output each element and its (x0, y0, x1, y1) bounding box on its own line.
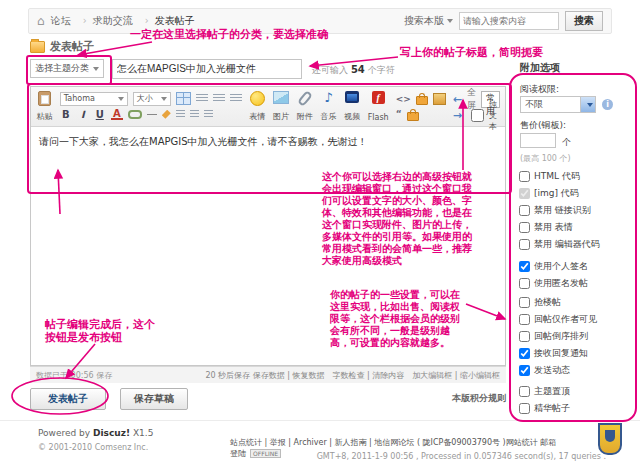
checkbox-img-code[interactable]: [img] 代码 (519, 187, 579, 200)
align-center-icon[interactable] (213, 94, 225, 103)
chevron-down-icon (587, 103, 593, 107)
font-color-button[interactable]: A (111, 109, 123, 120)
bold-button[interactable]: B (60, 109, 72, 120)
checkbox-sticky-topic[interactable]: 主题置顶 (519, 385, 570, 398)
annotation-settings: 你的帖子的一些设置，可以在这里实现，比如出售、阅读权限等，这个栏根据会员的级别会… (330, 289, 462, 349)
read-permission-select[interactable]: 不限 (520, 96, 596, 113)
image-icon (273, 91, 289, 104)
chevron-down-icon (93, 67, 99, 71)
price-max-note: (最高 100 个) (520, 153, 571, 164)
checkbox-anonymous-post[interactable]: 使用匿名发帖 (519, 277, 588, 290)
editor-status-bar: 数据已于 00:56 保存 20 秒后保存 保存数据 | 恢复数据 字数检查 |… (30, 366, 506, 383)
site-crest-logo (598, 423, 622, 455)
annotation-title: 写上你的帖子标题，简明扼要 (400, 46, 543, 59)
price-input[interactable] (520, 133, 556, 148)
breadcrumb-current: 发表帖子 (139, 14, 195, 28)
checkbox-use-signature[interactable]: 使用个人签名 (519, 260, 588, 273)
chevron-down-icon (161, 97, 167, 101)
checkbox-reply-notification[interactable]: 接收回复通知 (519, 347, 588, 360)
chevron-down-icon (118, 97, 124, 101)
checkbox-disable-bbcode[interactable]: 禁用 编辑器代码 (519, 238, 600, 251)
info-icon[interactable]: i (602, 99, 613, 110)
annotation-category: 一定在这里选择帖子的分类，要选择准确 (130, 28, 328, 41)
select-arrow (580, 97, 595, 112)
quote-button[interactable]: “ (396, 109, 402, 119)
annotation-publish: 帖子编辑完成后，这个按钮是发布按钮 (45, 318, 160, 344)
checkbox-disable-url-parse[interactable]: 禁用 链接识别 (519, 204, 591, 217)
attachment-button[interactable]: 附件 (296, 89, 313, 124)
underline-button[interactable]: U (94, 109, 106, 120)
footer-stats: GMT+8, 2011-1-9 00:56 , Processed in 0.0… (317, 452, 606, 461)
hidden-content-lock-icon[interactable] (416, 96, 428, 105)
film-icon (345, 91, 359, 103)
align-right-icon[interactable] (230, 94, 242, 103)
checkbox-disable-smilies[interactable]: 禁用 表情 (519, 221, 573, 234)
discuz-post-page: { "breadcrumb": {"home_icon": "⌂", "item… (0, 0, 640, 466)
smilies-button[interactable]: 表情 (249, 89, 266, 124)
copyright: © 2001-2010 Comsenz Inc. (38, 443, 148, 452)
plain-text-checkbox[interactable] (471, 109, 484, 122)
search-button[interactable]: 搜索 (565, 11, 603, 31)
horizontal-rule-icon[interactable] (147, 114, 157, 115)
paste-icon (38, 91, 51, 106)
sidebar-title: 附加选项 (520, 61, 560, 75)
insert-link-icon[interactable] (128, 110, 142, 119)
flash-icon: f (372, 91, 385, 104)
code-button[interactable]: <> (396, 94, 411, 104)
indent-icon[interactable] (176, 110, 185, 119)
undo-icon[interactable]: ← (453, 93, 462, 106)
unordered-list-icon[interactable] (204, 110, 213, 119)
offline-badge: OFFLINE (250, 449, 281, 458)
redo-icon[interactable]: → (453, 109, 462, 122)
sell-content-icon[interactable] (433, 93, 446, 105)
post-title-input[interactable] (112, 59, 302, 79)
insert-table-icon[interactable] (176, 92, 191, 105)
price-unit: 个 (562, 136, 571, 149)
chars-remaining-hint: 还可输入 54 个字符 (312, 64, 395, 77)
autosave-status: 数据已于 00:56 保存 (36, 370, 112, 381)
font-size-select[interactable]: 大小 (133, 92, 171, 106)
music-button[interactable]: ♪ 音乐 (320, 89, 337, 124)
image-button[interactable]: 图片 (273, 89, 290, 124)
checkbox-rush-reply[interactable]: 抢楼帖 (519, 296, 561, 309)
search-scope-select[interactable]: 搜索本版 (404, 14, 453, 28)
breadcrumb-section[interactable]: 求助交流 (77, 14, 133, 28)
breadcrumb-forum[interactable]: 论坛 (51, 14, 71, 28)
font-family-select[interactable]: Tahoma (60, 92, 128, 106)
home-icon[interactable]: ⌂ (37, 14, 45, 28)
category-select[interactable]: 选择主题分类 (30, 59, 104, 78)
flash-button[interactable]: f Flash (368, 89, 389, 124)
paperclip-icon (297, 90, 313, 107)
annotation-editor: 这个你可以选择右边的高级按钮就会出现编辑窗口，通过这个窗口我们可以设置文字的大小… (322, 171, 475, 267)
checkbox-replies-reverse-order[interactable]: 回帖倒序排列 (519, 330, 588, 343)
checkbox-html-code[interactable]: HTML 代码 (519, 170, 580, 183)
powered-by: Powered by Discuz! X1.5 (38, 428, 153, 438)
publish-button[interactable]: 发表帖子 (30, 388, 106, 410)
ordered-list-icon[interactable] (190, 110, 199, 119)
music-note-icon: ♪ (324, 91, 332, 104)
page-title: 发表帖子 (30, 39, 94, 54)
folder-icon (30, 41, 45, 53)
discuz-brand[interactable]: Discuz! (93, 428, 130, 438)
read-permission-label: 阅读权限: (520, 83, 559, 96)
chevron-down-icon (447, 19, 453, 23)
checkbox-send-feed[interactable]: 发送动态 (519, 364, 570, 377)
price-label: 售价(铜板): (520, 119, 566, 132)
search-input[interactable] (459, 12, 559, 30)
remove-format-icon[interactable] (162, 110, 171, 119)
editor-toolbar: 粘贴 Tahoma 大小 B I U A (31, 87, 505, 127)
align-left-icon[interactable] (196, 94, 208, 103)
paste-button[interactable]: 粘贴 (36, 89, 53, 124)
smiley-icon (250, 91, 265, 106)
video-button[interactable]: 视频 (344, 89, 361, 124)
editor-utility-links[interactable]: 20 秒后保存 保存数据 | 恢复数据 字数检查 | 清除内容 加大编辑框 | … (205, 370, 500, 381)
plain-text-toggle[interactable]: 纯文本 (467, 99, 500, 132)
footer-divider (0, 420, 640, 421)
checkbox-replies-author-only[interactable]: 回帖仅作者可见 (519, 313, 597, 326)
save-draft-button[interactable]: 保存草稿 (120, 388, 188, 410)
italic-button[interactable]: I (77, 109, 89, 120)
search-zone: 搜索本版 搜索 (404, 11, 603, 31)
forum-credit-rules-link[interactable]: 本版积分规则 (420, 392, 506, 405)
password-lock-icon[interactable] (407, 112, 419, 121)
checkbox-digest-topic[interactable]: 精华帖子 (519, 402, 570, 415)
